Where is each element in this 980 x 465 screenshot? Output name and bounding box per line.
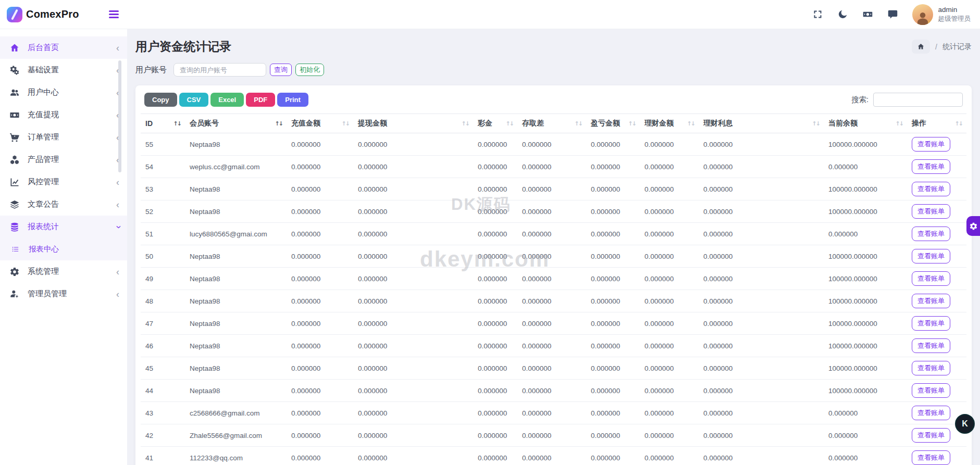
- cell-account: weplus.cc@gmail.com: [185, 156, 287, 178]
- sidebar-item-coins[interactable]: 报表统计‹: [0, 216, 127, 238]
- cell-amount: 0.000000: [640, 290, 699, 312]
- column-header[interactable]: 存取差↑↓: [517, 114, 586, 133]
- view-bill-button[interactable]: 查看账单: [912, 428, 950, 443]
- sort-icon[interactable]: ↑↓: [275, 120, 282, 127]
- user-menu[interactable]: admin 超级管理员: [912, 4, 971, 25]
- account-search-input[interactable]: [173, 63, 266, 77]
- sort-icon[interactable]: ↑↓: [955, 120, 962, 127]
- view-bill-button[interactable]: 查看账单: [912, 294, 950, 308]
- view-bill-button[interactable]: 查看账单: [912, 361, 950, 375]
- sort-icon[interactable]: ↑↓: [575, 120, 582, 127]
- cell-amount: 0.000000: [586, 402, 640, 424]
- sidebar-item-list[interactable]: 报表中心: [0, 238, 127, 260]
- sort-icon[interactable]: ↑↓: [462, 120, 469, 127]
- view-bill-button[interactable]: 查看账单: [912, 316, 950, 331]
- gears-icon: [9, 65, 20, 76]
- cell-amount: 0.000000: [473, 424, 517, 447]
- sidebar-item-chart[interactable]: 风控管理‹: [0, 171, 127, 193]
- view-bill-button[interactable]: 查看账单: [912, 249, 950, 263]
- column-header[interactable]: 盈亏金额↑↓: [586, 114, 640, 133]
- cell-account: Neptaa98: [185, 268, 287, 290]
- view-bill-button[interactable]: 查看账单: [912, 383, 950, 398]
- column-header[interactable]: 提现金额↑↓: [353, 114, 473, 133]
- sidebar-item-layers[interactable]: 文章公告‹: [0, 193, 127, 216]
- sidebar-scrollbar[interactable]: [123, 58, 126, 465]
- column-header[interactable]: 理财金额↑↓: [640, 114, 699, 133]
- sidebar-item-label: 管理员管理: [28, 289, 67, 299]
- table-search-input[interactable]: [873, 93, 963, 107]
- sidebar-item-users[interactable]: 用户中心‹: [0, 81, 127, 104]
- pdf-export-button[interactable]: PDF: [246, 93, 275, 107]
- sort-icon[interactable]: ↑↓: [173, 120, 181, 127]
- column-header[interactable]: 当前余额↑↓: [824, 114, 907, 133]
- cell-amount: 0.000000: [353, 357, 473, 380]
- chevron-left-icon: ‹: [116, 200, 119, 209]
- table-row: 49Neptaa980.0000000.0000000.0000000.0000…: [141, 268, 966, 290]
- column-header[interactable]: 会员账号↑↓: [185, 114, 287, 133]
- user-role: 超级管理员: [938, 15, 971, 23]
- support-fab[interactable]: K: [955, 414, 975, 434]
- breadcrumb-current: 统计记录: [942, 42, 972, 52]
- cell-amount: 0.000000: [517, 424, 586, 447]
- column-header[interactable]: 操作↑↓: [907, 114, 966, 133]
- dark-mode-moon-icon[interactable]: [837, 9, 848, 20]
- column-header[interactable]: 彩金↑↓: [473, 114, 517, 133]
- table-row: 48Neptaa980.0000000.0000000.0000000.0000…: [141, 290, 966, 312]
- sort-icon[interactable]: ↑↓: [342, 120, 349, 127]
- view-bill-button[interactable]: 查看账单: [912, 182, 950, 196]
- sidebar-item-gear[interactable]: 系统管理‹: [0, 260, 127, 283]
- csv-export-button[interactable]: CSV: [179, 93, 209, 107]
- sort-icon[interactable]: ↑↓: [812, 120, 820, 127]
- column-header[interactable]: ID↑↓: [141, 114, 185, 133]
- table-search: 搜索:: [851, 93, 963, 107]
- cell-id: 45: [141, 357, 185, 380]
- sort-icon[interactable]: ↑↓: [687, 120, 694, 127]
- cell-amount: 0.000000: [473, 223, 517, 245]
- cell-amount: 0.000000: [517, 402, 586, 424]
- sidebar-item-cart[interactable]: 订单管理‹: [0, 126, 127, 148]
- sidebar-item-banknote[interactable]: 充值提现‹: [0, 104, 127, 126]
- view-bill-button[interactable]: 查看账单: [912, 137, 950, 152]
- messages-icon[interactable]: [887, 9, 898, 20]
- cell-amount: 0.000000: [473, 245, 517, 268]
- column-header[interactable]: 充值金额↑↓: [287, 114, 353, 133]
- copy-export-button[interactable]: Copy: [144, 93, 177, 107]
- cell-action: 查看账单: [907, 133, 966, 156]
- sidebar-item-cubes[interactable]: 产品管理‹: [0, 148, 127, 171]
- cell-account: Neptaa98: [185, 380, 287, 402]
- cell-amount: 0.000000: [640, 402, 699, 424]
- cell-amount: 0.000000: [517, 133, 586, 156]
- view-bill-button[interactable]: 查看账单: [912, 227, 950, 241]
- theme-settings-tab[interactable]: [966, 216, 980, 236]
- sidebar-item-gears[interactable]: 基础设置‹: [0, 59, 127, 81]
- view-bill-button[interactable]: 查看账单: [912, 406, 950, 420]
- excel-export-button[interactable]: Excel: [210, 93, 244, 107]
- sidebar-item-admin-users[interactable]: 管理员管理‹: [0, 283, 127, 305]
- cell-id: 42: [141, 424, 185, 447]
- view-bill-button[interactable]: 查看账单: [912, 338, 950, 353]
- view-bill-button[interactable]: 查看账单: [912, 271, 950, 286]
- breadcrumb-home-icon[interactable]: [912, 40, 930, 54]
- sidebar-item-home[interactable]: 后台首页‹: [0, 36, 127, 59]
- main-content: 用户资金统计记录 / 统计记录 用户账号 查询 初始化 CopyCSVExcel…: [127, 29, 980, 465]
- wallet-icon[interactable]: [862, 9, 873, 20]
- view-bill-button[interactable]: 查看账单: [912, 450, 950, 465]
- topbar-actions: admin 超级管理员: [812, 4, 980, 25]
- sort-icon[interactable]: ↑↓: [628, 120, 636, 127]
- cell-amount: 0.000000: [640, 312, 699, 335]
- sort-icon[interactable]: ↑↓: [896, 120, 903, 127]
- cell-amount: 0.000000: [353, 402, 473, 424]
- chevron-down-icon: ‹: [113, 225, 122, 229]
- fullscreen-icon[interactable]: [812, 9, 823, 20]
- view-bill-button[interactable]: 查看账单: [912, 204, 950, 219]
- print-export-button[interactable]: Print: [277, 93, 308, 107]
- reset-button[interactable]: 初始化: [295, 64, 324, 77]
- column-header[interactable]: 理财利息↑↓: [699, 114, 824, 133]
- sidebar-toggle-button[interactable]: [108, 8, 120, 20]
- cell-amount: 0.000000: [353, 223, 473, 245]
- cell-amount: 0.000000: [699, 200, 824, 223]
- query-button[interactable]: 查询: [270, 64, 292, 77]
- cell-amount: 0.000000: [517, 156, 586, 178]
- sort-icon[interactable]: ↑↓: [506, 120, 513, 127]
- view-bill-button[interactable]: 查看账单: [912, 159, 950, 174]
